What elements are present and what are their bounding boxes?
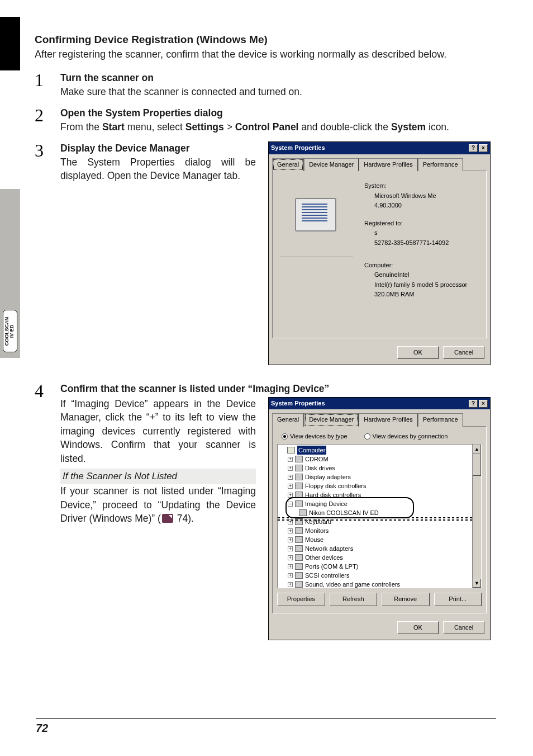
expand-icon[interactable]: + (288, 555, 293, 560)
expand-icon[interactable]: + (288, 528, 293, 533)
tree-mouse[interactable]: +Mouse (280, 535, 479, 544)
expand-icon[interactable]: + (288, 537, 293, 542)
refresh-button[interactable]: Refresh (330, 593, 378, 606)
tab-device-manager[interactable]: Device Manager (304, 158, 359, 171)
keyboard-icon (295, 518, 303, 525)
step-3: 3 Display the Device Manager The System … (35, 141, 499, 365)
step-3-body: The System Properties dialog will be dis… (60, 155, 256, 183)
expand-icon[interactable]: + (288, 546, 293, 551)
tree-computer[interactable]: Computer (280, 446, 479, 455)
dialog2-panel: View devices by type View devices by con… (272, 426, 487, 613)
step-4-head: Confirm that the scanner is listed under… (60, 382, 499, 396)
monitor-icon (295, 527, 303, 534)
cancel-button[interactable]: Cancel (443, 346, 484, 359)
mouse-icon (295, 536, 303, 543)
cancel-button[interactable]: Cancel (443, 621, 484, 634)
expand-icon[interactable]: + (288, 493, 293, 498)
other-icon (295, 554, 303, 561)
step-1: 1 Turn the scanner on Make sure that the… (35, 71, 499, 98)
tree-monitors[interactable]: +Monitors (280, 526, 479, 535)
page-ref-icon (162, 514, 173, 523)
tree-hard-disk-controllers[interactable]: +Hard disk controllers (280, 490, 479, 499)
expand-icon[interactable]: + (288, 466, 293, 471)
expand-icon[interactable]: + (288, 582, 293, 587)
tab-general[interactable]: General (272, 158, 304, 171)
floppy-icon (295, 483, 303, 489)
remove-button[interactable]: Remove (382, 593, 430, 606)
radio-view-by-connection[interactable]: View devices by connection (364, 432, 448, 441)
system-info: System: Microsoft Windows Me 4.90.3000 R… (364, 179, 467, 330)
tree-other-devices[interactable]: +Other devices (280, 553, 479, 562)
computer-value-1: GenuineIntel (364, 270, 467, 280)
properties-button[interactable]: Properties (277, 593, 325, 606)
collapse-icon[interactable]: − (288, 502, 293, 507)
expand-icon[interactable]: + (288, 519, 293, 525)
step-4-body: If “Imaging Device” appears in the Devic… (60, 397, 256, 466)
dialog1-tabs: General Device Manager Hardware Profiles… (269, 154, 490, 171)
radio-view-by-type[interactable]: View devices by type (282, 432, 348, 441)
dialog2-title: System Properties (271, 399, 325, 408)
tree-cdrom[interactable]: +CDROM (280, 455, 479, 464)
step-3-number: 3 (35, 141, 50, 365)
tree-floppy-controllers[interactable]: +Floppy disk controllers (280, 481, 479, 490)
step-4-subhead: If the Scanner Is Not Listed (60, 469, 256, 484)
ok-button[interactable]: OK (397, 346, 439, 359)
tab-general[interactable]: General (272, 413, 304, 426)
scrollbar[interactable]: ▲ ▼ (472, 445, 481, 588)
expand-icon[interactable]: + (288, 484, 293, 489)
help-button[interactable]: ? (469, 144, 478, 152)
scroll-up-icon[interactable]: ▲ (473, 445, 481, 453)
system-properties-dialog-general: System Properties ? × General Device Man… (268, 141, 491, 365)
tab-device-manager[interactable]: Device Manager (304, 413, 359, 426)
computer-label: Computer: (364, 261, 467, 271)
step-3-head: Display the Device Manager (60, 141, 256, 155)
margin-bar-black (0, 17, 20, 70)
scanner-icon (299, 509, 307, 516)
tab-performance[interactable]: Performance (418, 413, 463, 426)
dialog2-tabs: General Device Manager Hardware Profiles… (269, 409, 490, 426)
registered-label: Registered to: (364, 219, 467, 229)
tree-scsi-controllers[interactable]: +SCSI controllers (280, 571, 479, 580)
scroll-down-icon[interactable]: ▼ (473, 579, 481, 588)
help-button[interactable]: ? (469, 400, 478, 408)
tab-hardware-profiles[interactable]: Hardware Profiles (359, 158, 417, 171)
close-button[interactable]: × (479, 144, 488, 152)
print-button[interactable]: Print... (434, 593, 482, 606)
device-tree[interactable]: Computer +CDROM +Disk drives +Display ad… (277, 444, 482, 588)
expand-icon[interactable]: + (288, 564, 293, 569)
tree-disk-drives[interactable]: +Disk drives (280, 464, 479, 472)
scroll-thumb[interactable] (473, 453, 481, 476)
computer-icon (287, 447, 295, 453)
section-title: Confirming Device Registration (Windows … (35, 34, 499, 46)
tree-sound-controllers[interactable]: +Sound, video and game controllers (280, 580, 479, 588)
imaging-icon (295, 500, 303, 507)
section-lead: After registering the scanner, confirm t… (35, 48, 499, 61)
dialog1-titlebar[interactable]: System Properties ? × (269, 142, 490, 154)
tree-imaging-device[interactable]: −Imaging Device (280, 499, 479, 508)
disk-icon (295, 465, 303, 471)
cdrom-icon (295, 456, 303, 462)
dialog2-titlebar[interactable]: System Properties ? × (269, 398, 490, 409)
tab-performance[interactable]: Performance (418, 158, 463, 171)
tree-display-adapters[interactable]: +Display adapters (280, 472, 479, 481)
expand-icon[interactable]: + (288, 475, 293, 480)
step-2-head: Open the System Properties dialog (60, 106, 499, 120)
computer-icon (280, 196, 353, 257)
step-2-number: 2 (35, 106, 50, 134)
tree-keyboard[interactable]: +Keyboard (280, 517, 479, 526)
step-4-subbody: If your scanner is not listed under “Ima… (60, 484, 256, 526)
system-value-2: 4.90.3000 (364, 201, 467, 211)
tree-network-adapters[interactable]: +Network adapters (280, 544, 479, 553)
ok-button[interactable]: OK (397, 621, 439, 634)
network-icon (295, 545, 303, 552)
tab-hardware-profiles[interactable]: Hardware Profiles (359, 413, 417, 426)
step-2-body: From the Start menu, select Settings > C… (60, 120, 499, 134)
expand-icon[interactable]: + (288, 457, 293, 462)
tree-ports[interactable]: +Ports (COM & LPT) (280, 562, 479, 571)
system-value-1: Microsoft Windows Me (364, 191, 467, 201)
computer-value-2: Intel(r) family 6 model 5 processor (364, 280, 467, 290)
expand-icon[interactable]: + (288, 573, 293, 578)
tree-scanner-item[interactable]: Nikon COOLSCAN IV ED (280, 508, 479, 517)
computer-value-3: 320.0MB RAM (364, 290, 467, 300)
close-button[interactable]: × (479, 400, 488, 408)
